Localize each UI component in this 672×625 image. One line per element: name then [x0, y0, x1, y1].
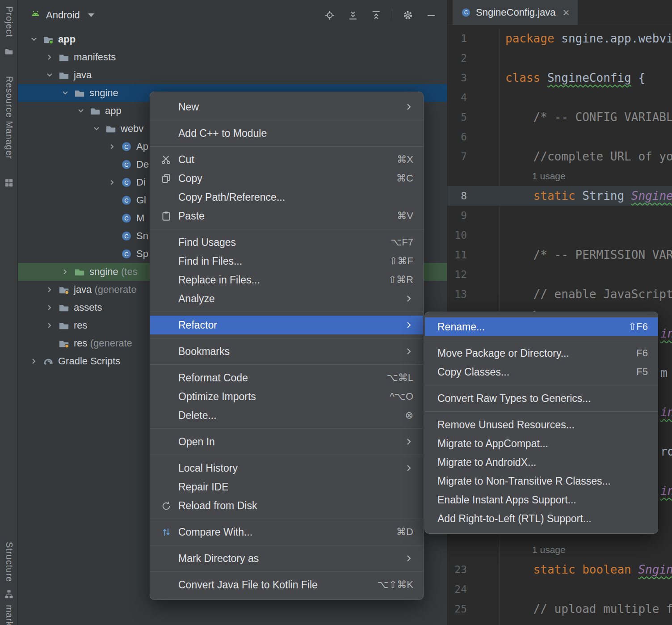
- menu-item-add-right-to-left-rtl-support[interactable]: Add Right-to-Left (RTL) Support...: [425, 509, 658, 528]
- project-folder-icon[interactable]: [0, 46, 18, 56]
- svg-text:C: C: [464, 9, 468, 16]
- menu-item-copy-classes[interactable]: Copy Classes...F5: [425, 363, 658, 381]
- menu-item-paste[interactable]: Paste⌘V: [150, 207, 423, 225]
- menu-item-shortcut: F6: [636, 347, 648, 359]
- menu-item-rename[interactable]: Rename...⇧F6: [425, 317, 658, 336]
- usages-inlay-hint[interactable]: 1 usage: [532, 166, 566, 186]
- menu-item-mark-directory-as[interactable]: Mark Directory as: [150, 549, 423, 568]
- class-icon: C: [121, 230, 132, 242]
- menu-item-add-c-to-module[interactable]: Add C++ to Module: [150, 124, 423, 143]
- copy-icon: [161, 173, 178, 184]
- stripe-resource-manager-button[interactable]: Resource Manager: [0, 76, 18, 159]
- menu-item-new[interactable]: New: [150, 97, 423, 116]
- menu-item-label: Find in Files...: [178, 255, 242, 267]
- usages-inlay-hint[interactable]: 1 usage: [532, 540, 566, 560]
- menu-item-find-in-files[interactable]: Find in Files...⇧⌘F: [150, 252, 423, 270]
- menu-item-shortcut: ⌘X: [397, 154, 413, 165]
- tree-item-label: De: [136, 159, 149, 170]
- chevron-down-icon[interactable]: [92, 124, 105, 134]
- inlay-hint-row: 1 usage: [447, 166, 672, 186]
- locate-file-icon[interactable]: [324, 9, 336, 21]
- chevron-right-icon[interactable]: [107, 142, 121, 152]
- menu-item-cut[interactable]: Cut⌘X: [150, 150, 423, 169]
- chevron-down-icon[interactable]: [29, 34, 42, 44]
- compare-icon: [161, 527, 178, 537]
- collapse-all-icon[interactable]: [370, 9, 382, 21]
- chevron-down-icon[interactable]: [88, 13, 94, 17]
- submenu-arrow-icon: [404, 347, 413, 356]
- chevron-right-icon[interactable]: [45, 303, 58, 312]
- menu-item-optimize-imports[interactable]: Optimize Imports^⌥O: [150, 387, 423, 406]
- chevron-right-icon[interactable]: [45, 52, 58, 62]
- menu-item-label: Paste: [178, 210, 205, 222]
- stripe-bookmarks-button[interactable]: marks: [0, 605, 18, 625]
- code-line: 24: [447, 579, 672, 599]
- menu-item-find-usages[interactable]: Find Usages⌥F7: [150, 233, 423, 252]
- menu-item-label: Move Package or Directory...: [437, 347, 569, 359]
- menu-item-delete[interactable]: Delete...⊗: [150, 406, 423, 425]
- tree-item-label: app: [58, 34, 76, 45]
- menu-item-replace-in-files[interactable]: Replace in Files...⇧⌘R: [150, 270, 423, 289]
- menu-item-reformat-code[interactable]: Reformat Code⌥⌘L: [150, 368, 423, 387]
- code-line: 2: [447, 48, 672, 68]
- editor-tab[interactable]: C SngineConfig.java ×: [453, 0, 578, 25]
- menu-item-repair-ide[interactable]: Repair IDE: [150, 477, 423, 496]
- tree-item-manifests[interactable]: manifests: [18, 48, 447, 66]
- menu-item-bookmarks[interactable]: Bookmarks: [150, 342, 423, 361]
- folder-icon: [74, 87, 85, 99]
- usages-inlay-hint[interactable]: 1 usage: [532, 619, 566, 625]
- android-studio-window: Project Resource Manager Structure marks…: [0, 0, 672, 625]
- structure-icon[interactable]: [0, 589, 18, 599]
- chevron-down-icon[interactable]: [76, 106, 89, 116]
- chevron-down-icon[interactable]: [45, 70, 58, 80]
- menu-item-copy[interactable]: Copy⌘C: [150, 169, 423, 188]
- menu-item-enable-instant-apps-support[interactable]: Enable Instant Apps Support...: [425, 490, 658, 509]
- project-panel-header: Android: [18, 0, 447, 30]
- project-view-selector[interactable]: Android: [46, 9, 80, 21]
- chevron-right-icon[interactable]: [60, 267, 74, 277]
- stripe-project-label: Project: [4, 6, 14, 37]
- menu-item-label: Copy: [178, 173, 202, 185]
- menu-item-copy-path-reference[interactable]: Copy Path/Reference...: [150, 188, 423, 207]
- menu-item-migrate-to-non-transitive-r-classes[interactable]: Migrate to Non-Transitive R Classes...: [425, 472, 658, 490]
- menu-item-local-history[interactable]: Local History: [150, 459, 423, 477]
- menu-item-remove-unused-resources[interactable]: Remove Unused Resources...: [425, 415, 658, 434]
- svg-text:C: C: [124, 233, 128, 240]
- code-line: 11 /* -- PERMISSION VAR: [447, 245, 672, 265]
- chevron-right-icon[interactable]: [45, 285, 58, 295]
- tree-item-java[interactable]: java: [18, 66, 447, 84]
- menu-item-compare-with[interactable]: Compare With...⌘D: [150, 523, 423, 541]
- submenu-arrow-icon: [404, 554, 413, 563]
- chevron-right-icon[interactable]: [107, 177, 121, 187]
- menu-separator: [150, 428, 423, 429]
- settings-gear-icon[interactable]: [402, 9, 414, 21]
- menu-item-move-package-or-directory[interactable]: Move Package or Directory...F6: [425, 344, 658, 363]
- stripe-structure-button[interactable]: Structure: [0, 542, 18, 582]
- menu-item-convert-raw-types-to-generics[interactable]: Convert Raw Types to Generics...: [425, 389, 658, 408]
- svg-text:C: C: [124, 197, 128, 204]
- menu-item-convert-java-file-to-kotlin-file[interactable]: Convert Java File to Kotlin File⌥⇧⌘K: [150, 575, 423, 594]
- tree-item-label: Gradle Scripts: [58, 355, 120, 367]
- menu-item-reload-from-disk[interactable]: Reload from Disk: [150, 496, 423, 515]
- stripe-project-button[interactable]: Project: [0, 6, 18, 37]
- hide-panel-icon[interactable]: [425, 9, 437, 21]
- line-number: 13: [447, 284, 500, 304]
- code-text: // upload multiple f: [505, 599, 672, 619]
- folder-icon: [58, 320, 70, 331]
- chevron-down-icon[interactable]: [60, 88, 74, 98]
- tab-close-icon[interactable]: ×: [563, 7, 570, 18]
- tree-item-app[interactable]: app: [18, 30, 447, 48]
- code-line: 9: [447, 206, 672, 225]
- chevron-right-icon[interactable]: [29, 356, 42, 366]
- chevron-right-icon[interactable]: [45, 321, 58, 330]
- tree-item-label: app: [105, 105, 122, 117]
- menu-item-migrate-to-appcompat[interactable]: Migrate to AppCompat...: [425, 434, 658, 453]
- line-number: [447, 166, 500, 186]
- menu-item-refactor[interactable]: Refactor: [150, 316, 423, 334]
- menu-item-migrate-to-androidx[interactable]: Migrate to AndroidX...: [425, 453, 658, 472]
- menu-item-open-in[interactable]: Open In: [150, 432, 423, 451]
- tree-item-label: res (generate: [74, 338, 132, 349]
- menu-item-analyze[interactable]: Analyze: [150, 289, 423, 308]
- resource-manager-icon[interactable]: [0, 178, 18, 188]
- expand-all-icon[interactable]: [347, 9, 359, 21]
